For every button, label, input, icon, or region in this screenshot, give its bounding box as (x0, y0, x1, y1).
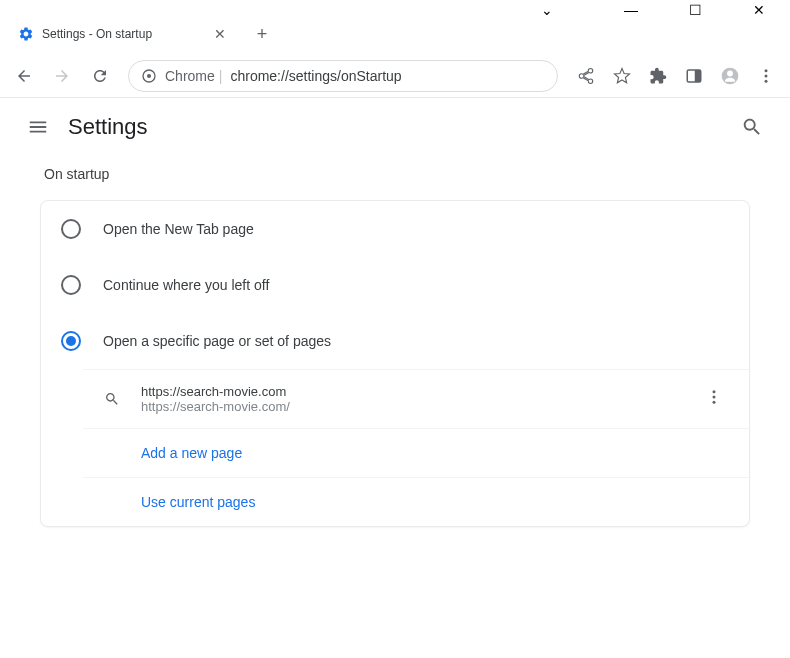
address-bar[interactable]: Chrome | chrome://settings/onStartup (128, 60, 558, 92)
svg-point-8 (765, 79, 768, 82)
page-title: Settings (68, 114, 148, 140)
use-current-link: Use current pages (141, 494, 255, 510)
svg-point-1 (147, 74, 151, 78)
forward-button[interactable] (46, 60, 78, 92)
page-name: https://search-movie.com (141, 384, 699, 399)
add-page-link: Add a new page (141, 445, 242, 461)
gear-icon (18, 26, 34, 42)
window-dropdown-icon[interactable]: ⌄ (524, 2, 570, 18)
close-window-button[interactable]: ✕ (736, 2, 782, 18)
browser-tab[interactable]: Settings - On startup ✕ (8, 17, 238, 51)
page-info: https://search-movie.com https://search-… (141, 384, 699, 414)
chrome-icon (141, 68, 157, 84)
minimize-button[interactable]: — (608, 2, 654, 18)
page-url: https://search-movie.com/ (141, 399, 699, 414)
settings-header: Settings (0, 98, 790, 156)
menu-icon[interactable] (750, 60, 782, 92)
close-tab-icon[interactable]: ✕ (212, 24, 228, 44)
section-title: On startup (40, 166, 750, 182)
url-divider: | (219, 68, 223, 84)
tab-strip: Settings - On startup ✕ + (0, 14, 790, 54)
svg-point-7 (765, 74, 768, 77)
svg-point-5 (727, 70, 733, 76)
extensions-icon[interactable] (642, 60, 674, 92)
startup-page-item: https://search-movie.com https://search-… (83, 369, 749, 428)
tab-title: Settings - On startup (42, 27, 212, 41)
radio-icon (61, 219, 81, 239)
radio-label: Open a specific page or set of pages (103, 333, 331, 349)
reload-button[interactable] (84, 60, 116, 92)
svg-rect-3 (695, 70, 701, 82)
browser-toolbar: Chrome | chrome://settings/onStartup (0, 54, 790, 98)
svg-point-9 (713, 390, 716, 393)
back-button[interactable] (8, 60, 40, 92)
radio-label: Continue where you left off (103, 277, 269, 293)
option-continue[interactable]: Continue where you left off (41, 257, 749, 313)
svg-point-6 (765, 69, 768, 72)
use-current-row[interactable]: Use current pages (83, 477, 749, 526)
profile-icon[interactable] (714, 60, 746, 92)
toolbar-actions (570, 60, 782, 92)
bookmark-icon[interactable] (606, 60, 638, 92)
radio-icon (61, 275, 81, 295)
startup-options-card: Open the New Tab page Continue where you… (40, 200, 750, 527)
url-prefix: Chrome (165, 68, 215, 84)
url-text: chrome://settings/onStartup (230, 68, 401, 84)
svg-point-10 (713, 396, 716, 399)
add-page-row[interactable]: Add a new page (83, 428, 749, 477)
radio-label: Open the New Tab page (103, 221, 254, 237)
radio-icon (61, 331, 81, 351)
magnifier-icon (103, 390, 121, 408)
settings-content: On startup Open the New Tab page Continu… (0, 156, 790, 537)
new-tab-button[interactable]: + (248, 20, 276, 48)
page-actions-icon[interactable] (699, 382, 729, 416)
option-new-tab[interactable]: Open the New Tab page (41, 201, 749, 257)
maximize-button[interactable]: ☐ (672, 2, 718, 18)
svg-point-11 (713, 401, 716, 404)
window-controls: ⌄ — ☐ ✕ (0, 0, 790, 14)
hamburger-menu-icon[interactable] (18, 107, 58, 147)
search-icon[interactable] (732, 107, 772, 147)
option-specific-pages[interactable]: Open a specific page or set of pages (41, 313, 749, 369)
startup-pages-list: https://search-movie.com https://search-… (41, 369, 749, 526)
share-icon[interactable] (570, 60, 602, 92)
side-panel-icon[interactable] (678, 60, 710, 92)
